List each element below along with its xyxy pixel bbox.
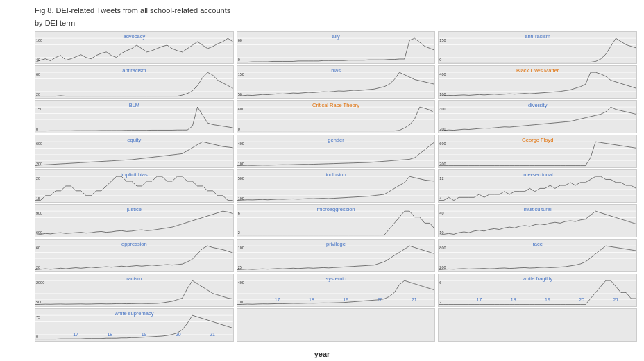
chart-cell-diversity: diversity300200 — [438, 100, 637, 133]
column-3: anti-racism1500Black Lives Matter400100d… — [438, 31, 637, 342]
chart-cell-gender: gender400100 — [237, 135, 436, 168]
x-tick: 21 — [613, 297, 618, 305]
chart-cell-systemic: systemic4001001718192021 — [237, 274, 436, 307]
chart-cell-microaggression: microaggression62 — [237, 204, 436, 237]
chart-label: BLM — [35, 101, 233, 108]
figure-container: Fig 8. DEI-related Tweets from all schoo… — [0, 0, 644, 361]
x-tick: 17 — [477, 297, 482, 305]
chart-cell-privilege: privilege10025 — [237, 239, 436, 272]
chart-label: anti-racism — [439, 33, 636, 40]
chart-label: intersectional — [439, 171, 636, 178]
chart-label: equity — [35, 136, 233, 143]
chart-label: advocacy — [35, 33, 233, 40]
x-tick: 19 — [142, 332, 147, 340]
chart-label: inclusion — [237, 171, 435, 178]
chart-label: implicit bias — [35, 171, 233, 178]
chart-cell-white-supremacy: white supremacy7501718192021 — [35, 308, 234, 342]
chart-label: antiracism — [35, 67, 233, 74]
figure-title: Fig 8. DEI-related Tweets from all schoo… — [35, 6, 637, 28]
chart-label: microaggression — [237, 205, 435, 212]
chart-cell-justice: justice900600 — [35, 204, 234, 237]
chart-label: gender — [237, 136, 435, 143]
chart-cell-racism: racism2000500 — [35, 274, 234, 307]
x-tick: 20 — [378, 297, 383, 305]
chart-label: race — [439, 240, 636, 247]
chart-label: white supremacy — [35, 310, 233, 317]
chart-label: multicultural — [439, 205, 636, 212]
chart-label: racism — [35, 275, 233, 282]
x-tick: 18 — [309, 297, 314, 305]
chart-label: justice — [35, 205, 233, 212]
chart-label: ally — [237, 33, 435, 40]
x-tick: 19 — [343, 297, 348, 305]
chart-cell-white-fragility: white fragility621718192021 — [438, 274, 637, 307]
chart-label: Black Lives Matter — [439, 67, 636, 74]
chart-cell-anti-racism: anti-racism1500 — [438, 31, 637, 65]
x-tick: 21 — [412, 297, 417, 305]
x-axis-label: year — [314, 350, 330, 358]
chart-cell-antiracism: antiracism6020 — [35, 65, 234, 99]
chart-label: oppression — [35, 240, 233, 247]
chart-cell-race: race800200 — [438, 239, 637, 272]
x-tick: 18 — [107, 332, 112, 340]
chart-cell- — [438, 308, 637, 342]
x-tick: 19 — [545, 297, 550, 305]
x-tick: 17 — [275, 297, 280, 305]
chart-label: Critical Race Theory — [237, 101, 435, 108]
chart-cell-bias: bias15050 — [237, 65, 436, 99]
x-tick: 21 — [210, 332, 215, 340]
x-tick: 20 — [579, 297, 584, 305]
chart-label: George Floyd — [439, 136, 636, 143]
chart-cell-equity: equity600200 — [35, 135, 234, 168]
x-tick: 17 — [73, 332, 78, 340]
chart-cell-intersectional: intersectional124 — [438, 169, 637, 203]
chart-cell-george-floyd: George Floyd600200 — [438, 135, 637, 168]
x-tick: 20 — [176, 332, 181, 340]
chart-cell-multicultural: multicultural4010 — [438, 204, 637, 237]
chart-cell- — [237, 308, 436, 342]
chart-label: systemic — [237, 275, 435, 282]
chart-cell-critical-race-theory: Critical Race Theory4000 — [237, 100, 436, 133]
chart-label: white fragility — [439, 275, 636, 282]
chart-cell-advocacy: advocacy16040 — [35, 31, 234, 65]
x-tick: 18 — [511, 297, 516, 305]
chart-cell-blm: BLM1500 — [35, 100, 234, 133]
chart-cell-black-lives-matter: Black Lives Matter400100 — [438, 65, 637, 99]
column-1: advocacy16040antiracism6020BLM1500equity… — [35, 31, 234, 342]
chart-label: bias — [237, 67, 435, 74]
chart-label: diversity — [439, 101, 636, 108]
chart-cell-ally: ally600 — [237, 31, 436, 65]
chart-cell-oppression: oppression6020 — [35, 239, 234, 272]
column-2: ally600bias15050Critical Race Theory4000… — [237, 31, 436, 342]
chart-cell-inclusion: inclusion500100 — [237, 169, 436, 203]
chart-grid: count advocacy16040antiracism6020BLM1500… — [35, 31, 637, 342]
chart-label: privilege — [237, 240, 435, 247]
chart-cell-implicit-bias: implicit bias2015 — [35, 169, 234, 203]
